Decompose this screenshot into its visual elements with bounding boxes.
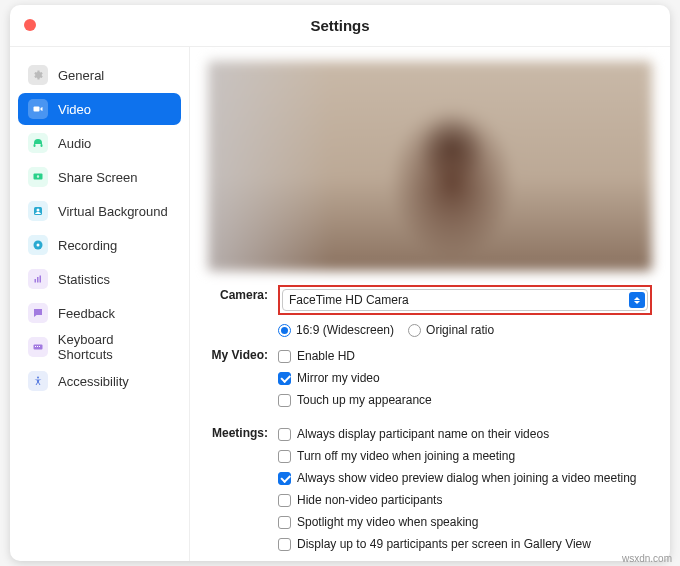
sidebar-item-general[interactable]: General [18, 59, 181, 91]
radio-aspect-original[interactable] [408, 324, 421, 337]
check-hide-nonvideo-label: Hide non-video participants [297, 493, 442, 507]
background-icon [28, 201, 48, 221]
svg-rect-14 [37, 346, 38, 347]
check-enable-hd[interactable] [278, 350, 291, 363]
meetings-row: Meetings: Always display participant nam… [208, 423, 652, 555]
camera-label: Camera: [208, 285, 278, 302]
svg-point-6 [37, 209, 40, 212]
sidebar-item-label: Recording [58, 238, 117, 253]
sidebar-item-share-screen[interactable]: Share Screen [18, 161, 181, 193]
sidebar-item-accessibility[interactable]: Accessibility [18, 365, 181, 397]
recording-icon [28, 235, 48, 255]
keyboard-icon [28, 337, 48, 357]
settings-window: Settings General Video Audio Share Scree… [10, 5, 670, 561]
svg-rect-15 [39, 346, 40, 347]
main-pane: Camera: FaceTime HD Camera 16:9 (Widescr… [190, 47, 670, 561]
check-turnoff-video-label: Turn off my video when joining a meeting [297, 449, 515, 463]
sidebar-item-feedback[interactable]: Feedback [18, 297, 181, 329]
svg-rect-1 [34, 107, 40, 112]
camera-highlight-box: FaceTime HD Camera [278, 285, 652, 315]
sidebar-item-statistics[interactable]: Statistics [18, 263, 181, 295]
camera-row: Camera: FaceTime HD Camera 16:9 (Widescr… [208, 285, 652, 341]
sidebar-item-virtual-background[interactable]: Virtual Background [18, 195, 181, 227]
svg-rect-2 [34, 144, 36, 147]
headphones-icon [28, 133, 48, 153]
svg-rect-11 [40, 276, 42, 283]
video-preview [208, 61, 652, 271]
sidebar-item-label: Share Screen [58, 170, 138, 185]
check-turnoff-video[interactable] [278, 450, 291, 463]
svg-point-16 [37, 377, 39, 379]
check-spotlight-label: Spotlight my video when speaking [297, 515, 478, 529]
check-touchup[interactable] [278, 394, 291, 407]
check-enable-hd-label: Enable HD [297, 349, 355, 363]
check-gallery49[interactable] [278, 538, 291, 551]
svg-rect-3 [41, 144, 43, 147]
check-gallery49-label: Display up to 49 participants per screen… [297, 537, 591, 551]
gear-icon [28, 65, 48, 85]
window-body: General Video Audio Share Screen Virtual… [10, 47, 670, 561]
check-hide-nonvideo[interactable] [278, 494, 291, 507]
close-icon[interactable] [24, 19, 36, 31]
sidebar-item-video[interactable]: Video [18, 93, 181, 125]
svg-rect-10 [37, 277, 39, 283]
sidebar-item-label: Accessibility [58, 374, 129, 389]
camera-selected-value: FaceTime HD Camera [289, 293, 409, 307]
window-title: Settings [310, 17, 369, 34]
accessibility-icon [28, 371, 48, 391]
check-mirror-label: Mirror my video [297, 371, 380, 385]
radio-aspect-original-label: Original ratio [426, 323, 494, 337]
check-touchup-label: Touch up my appearance [297, 393, 432, 407]
sidebar-item-label: Feedback [58, 306, 115, 321]
sidebar-item-label: Virtual Background [58, 204, 168, 219]
sidebar-item-audio[interactable]: Audio [18, 127, 181, 159]
meetings-label: Meetings: [208, 423, 278, 440]
check-participant-names[interactable] [278, 428, 291, 441]
watermark: wsxdn.com [622, 553, 672, 564]
sidebar-item-recording[interactable]: Recording [18, 229, 181, 261]
check-mirror[interactable] [278, 372, 291, 385]
my-video-label: My Video: [208, 345, 278, 362]
sidebar-item-label: Statistics [58, 272, 110, 287]
svg-rect-9 [35, 279, 37, 283]
svg-rect-13 [35, 346, 36, 347]
my-video-row: My Video: Enable HD Mirror my video Touc… [208, 345, 652, 411]
check-spotlight[interactable] [278, 516, 291, 529]
radio-aspect-wide-label: 16:9 (Widescreen) [296, 323, 394, 337]
sidebar-item-keyboard-shortcuts[interactable]: Keyboard Shortcuts [18, 331, 181, 363]
sidebar-item-label: Video [58, 102, 91, 117]
titlebar: Settings [10, 5, 670, 47]
sidebar-item-label: Keyboard Shortcuts [58, 332, 171, 362]
check-preview-dialog[interactable] [278, 472, 291, 485]
check-participant-names-label: Always display participant name on their… [297, 427, 549, 441]
check-preview-dialog-label: Always show video preview dialog when jo… [297, 471, 637, 485]
statistics-icon [28, 269, 48, 289]
radio-aspect-wide[interactable] [278, 324, 291, 337]
chevron-updown-icon [629, 292, 645, 308]
camera-select[interactable]: FaceTime HD Camera [282, 289, 648, 311]
sidebar-item-label: General [58, 68, 104, 83]
feedback-icon [28, 303, 48, 323]
svg-point-8 [37, 244, 40, 247]
share-screen-icon [28, 167, 48, 187]
video-icon [28, 99, 48, 119]
sidebar-item-label: Audio [58, 136, 91, 151]
sidebar: General Video Audio Share Screen Virtual… [10, 47, 190, 561]
